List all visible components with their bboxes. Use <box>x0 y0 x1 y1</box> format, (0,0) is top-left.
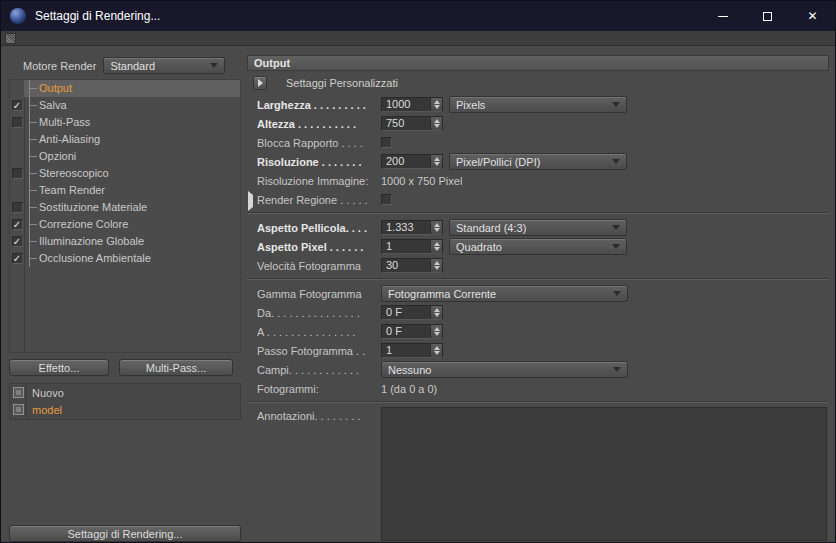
sidebar-item-label: Correzione Colore <box>39 218 128 230</box>
enable-checkbox-cell[interactable]: ✓ <box>10 216 24 233</box>
enable-checkbox-cell[interactable]: ✓ <box>10 233 24 250</box>
sidebar-item-label: Output <box>39 82 72 94</box>
pixel-aspect-input[interactable]: 1 <box>381 239 443 254</box>
minimize-button[interactable] <box>700 1 745 31</box>
field-lock-ratio: Blocca Rapporto . . . . <box>247 133 829 152</box>
from-frame-label: Da. . . . . . . . . . . . . . . <box>257 307 381 319</box>
to-frame-input[interactable]: 0 F <box>381 324 443 339</box>
effect-button[interactable]: Effetto... <box>9 359 109 376</box>
sidebar-item-illuminazione-globale[interactable]: ✓Illuminazione Globale <box>10 233 240 250</box>
from-frame-stepper[interactable] <box>430 306 442 319</box>
sidebar-item-multi-pass[interactable]: Multi-Pass <box>10 114 240 131</box>
sidebar-item-correzione-colore[interactable]: ✓Correzione Colore <box>10 216 240 233</box>
render-settings-button[interactable]: Settaggi di Rendering... <box>9 525 241 542</box>
frame-rate-stepper[interactable] <box>430 259 442 272</box>
frame-step-stepper[interactable] <box>430 344 442 357</box>
annotations-textarea[interactable] <box>381 407 827 541</box>
enable-checkbox-cell[interactable]: ✓ <box>10 250 24 267</box>
field-render-region: Render Regione . . . . . <box>247 190 829 209</box>
preset-item-nuovo[interactable]: Nuovo <box>10 384 240 401</box>
resolution-input[interactable]: 200 <box>381 154 443 169</box>
enable-checkbox[interactable]: ✓ <box>12 253 23 264</box>
chevron-down-icon <box>612 102 620 107</box>
enable-checkbox-cell <box>10 80 24 97</box>
width-unit-dropdown-value: Pixels <box>450 99 608 111</box>
sidebar-item-team-render[interactable]: Team Render <box>10 182 240 199</box>
enable-checkbox[interactable]: ✓ <box>12 219 23 230</box>
width-input[interactable]: 1000 <box>381 97 443 112</box>
render-region-expander-button[interactable] <box>248 195 253 207</box>
chevron-down-icon <box>612 244 620 249</box>
enable-checkbox-cell[interactable]: ✓ <box>10 97 24 114</box>
titlebar[interactable]: Settaggi di Rendering... ✕ <box>1 1 835 31</box>
to-frame-value: 0 F <box>382 325 430 338</box>
settings-tree: Output✓SalvaMulti-PassAnti-AliasingOpzio… <box>9 79 241 353</box>
sidebar-item-anti-aliasing[interactable]: Anti-Aliasing <box>10 131 240 148</box>
sidebar-item-sostituzione-materiale[interactable]: Sostituzione Materiale <box>10 199 240 216</box>
sidebar-item-label: Opzioni <box>39 150 76 162</box>
field-height: Altezza . . . . . . . . . .750 <box>247 114 829 133</box>
film-aspect-unit-dropdown-value: Standard (4:3) <box>450 222 608 234</box>
sidebar-item-output[interactable]: Output <box>10 80 240 97</box>
frame-step-input[interactable]: 1 <box>381 343 443 358</box>
enable-checkbox-cell[interactable] <box>10 114 24 131</box>
render-engine-value: Standard <box>104 60 206 72</box>
lock-ratio-checkbox[interactable] <box>381 137 392 148</box>
resolution-unit-dropdown[interactable]: Pixel/Pollici (DPI) <box>449 153 627 170</box>
frame-range-dropdown[interactable]: Fotogramma Corrente <box>381 285 628 302</box>
close-button[interactable]: ✕ <box>790 1 835 31</box>
field-width: Larghezza . . . . . . . . .1000Pixels <box>247 95 829 114</box>
preset-item-model[interactable]: model <box>10 401 240 418</box>
arrow-down-icon <box>434 228 440 232</box>
render-region-checkbox[interactable] <box>381 194 392 205</box>
arrow-up-icon <box>434 346 440 350</box>
arrow-up-icon <box>434 157 440 161</box>
to-frame-stepper[interactable] <box>430 325 442 338</box>
render-engine-dropdown[interactable]: Standard <box>103 57 225 74</box>
sidebar-item-label: Sostituzione Materiale <box>39 201 147 213</box>
chevron-down-icon <box>613 367 621 372</box>
enable-checkbox[interactable] <box>12 202 23 213</box>
film-aspect-input[interactable]: 1.333 <box>381 220 443 235</box>
chevron-down-icon <box>612 159 620 164</box>
enable-checkbox[interactable] <box>12 168 23 179</box>
sidebar-item-opzioni[interactable]: Opzioni <box>10 148 240 165</box>
field-frame-range: Gamma FotogrammaFotogramma Corrente <box>247 284 829 303</box>
image-resolution-value: 1000 x 750 Pixel <box>381 175 462 187</box>
resolution-stepper[interactable] <box>430 155 442 168</box>
pixel-aspect-stepper[interactable] <box>430 240 442 253</box>
custom-settings-expander-button[interactable] <box>253 76 267 90</box>
enable-checkbox-cell <box>10 148 24 165</box>
sidebar-item-label: Multi-Pass <box>39 116 90 128</box>
from-frame-input[interactable]: 0 F <box>381 305 443 320</box>
maximize-icon <box>763 12 772 21</box>
width-unit-dropdown[interactable]: Pixels <box>449 96 627 113</box>
arrow-up-icon <box>434 261 440 265</box>
height-input[interactable]: 750 <box>381 116 443 131</box>
fields-dropdown[interactable]: Nessuno <box>381 361 628 378</box>
chevron-down-icon <box>210 63 218 68</box>
enable-checkbox-cell[interactable] <box>10 165 24 182</box>
window-grip-icon[interactable] <box>5 33 16 44</box>
sidebar-item-occlusione-ambientale[interactable]: ✓Occlusione Ambientale <box>10 250 240 267</box>
width-stepper[interactable] <box>430 98 442 111</box>
field-frame-step: Passo Fotogramma . .1 <box>247 341 829 360</box>
enable-checkbox-cell[interactable] <box>10 199 24 216</box>
arrow-down-icon <box>434 313 440 317</box>
multipass-button[interactable]: Multi-Pass... <box>119 359 233 376</box>
frame-rate-input[interactable]: 30 <box>381 258 443 273</box>
frame-rate-value: 30 <box>382 259 430 272</box>
resolution-unit-dropdown-value: Pixel/Pollici (DPI) <box>450 156 608 168</box>
maximize-button[interactable] <box>745 1 790 31</box>
height-stepper[interactable] <box>430 117 442 130</box>
width-label: Larghezza . . . . . . . . . <box>257 99 381 111</box>
pixel-aspect-unit-dropdown[interactable]: Quadrato <box>449 238 627 255</box>
sidebar-item-salva[interactable]: ✓Salva <box>10 97 240 114</box>
film-aspect-unit-dropdown[interactable]: Standard (4:3) <box>449 219 627 236</box>
enable-checkbox[interactable]: ✓ <box>12 100 23 111</box>
enable-checkbox[interactable] <box>12 117 23 128</box>
film-aspect-stepper[interactable] <box>430 221 442 234</box>
frame-step-label: Passo Fotogramma . . <box>257 345 381 357</box>
sidebar-item-stereoscopico[interactable]: Stereoscopico <box>10 165 240 182</box>
enable-checkbox[interactable]: ✓ <box>12 236 23 247</box>
